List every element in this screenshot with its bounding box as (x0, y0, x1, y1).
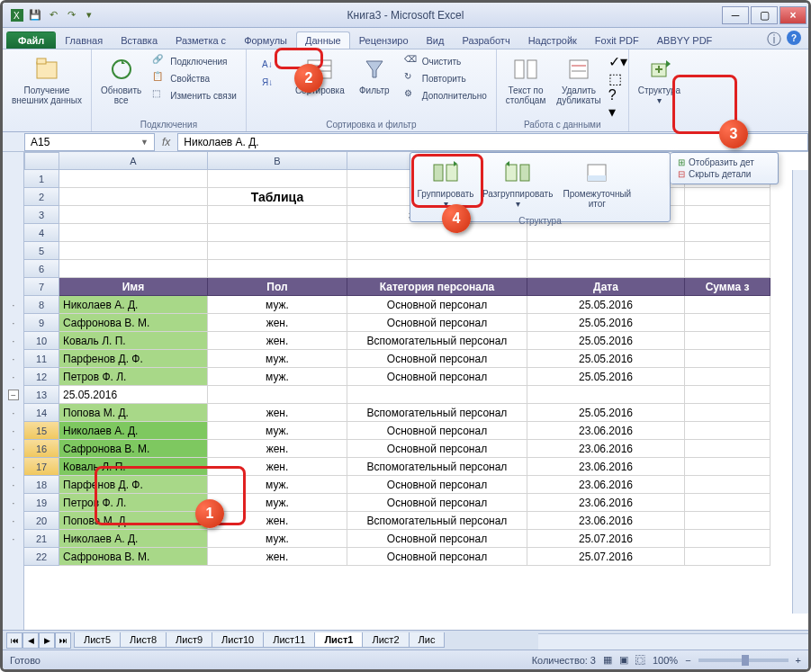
sheet-tab[interactable]: Лист8 (120, 632, 167, 648)
cell[interactable] (685, 350, 770, 368)
cell[interactable] (527, 242, 685, 260)
cell[interactable]: жен. (208, 332, 347, 350)
sheet-tab[interactable]: Лист11 (263, 632, 315, 648)
hide-detail-button[interactable]: ⊟Скрыть детали (674, 168, 774, 180)
tab-formulas[interactable]: Формулы (235, 31, 296, 49)
maximize-button[interactable]: ▢ (751, 6, 778, 24)
outline-indicator[interactable]: · (3, 476, 24, 494)
remove-duplicates-button[interactable]: Удалить дубликаты (553, 53, 604, 118)
cell[interactable] (208, 386, 347, 404)
cell[interactable]: Николаев А. Д. (59, 296, 208, 314)
properties-button[interactable]: 📋Свойства (149, 70, 240, 86)
cell[interactable]: Основной персонал (347, 314, 527, 332)
cell[interactable] (59, 242, 208, 260)
qat-item-icon[interactable]: ▾ (82, 8, 96, 22)
cell[interactable]: Основной персонал (347, 440, 527, 458)
tab-abbyy[interactable]: ABBYY PDF (648, 31, 722, 49)
view-normal-icon[interactable]: ▦ (603, 654, 612, 666)
cell[interactable]: муж. (208, 494, 347, 512)
cell[interactable]: жен. (208, 458, 347, 476)
cell[interactable]: жен. (208, 314, 347, 332)
ungroup-button[interactable]: Разгруппировать▾ (479, 157, 556, 211)
cell[interactable] (527, 260, 685, 278)
cell[interactable]: Коваль Л. П. (59, 332, 208, 350)
text-to-columns-button[interactable]: Текст по столбцам (502, 53, 550, 118)
get-external-data-button[interactable]: Получение внешних данных (8, 53, 86, 107)
cell[interactable]: Петров Ф. Л. (59, 368, 208, 386)
table-row[interactable]: 9Сафронова В. М.жен.Основной персонал25.… (24, 314, 770, 332)
cell[interactable]: Попова М. Д. (59, 512, 208, 530)
cell[interactable] (685, 242, 770, 260)
cell[interactable] (347, 386, 527, 404)
cell[interactable]: Парфенов Д. Ф. (59, 476, 208, 494)
cell[interactable]: Основной персонал (347, 296, 527, 314)
outline-indicator[interactable] (3, 224, 24, 242)
row-header[interactable]: 11 (24, 350, 59, 368)
cell[interactable] (59, 260, 208, 278)
cell[interactable]: Сафронова В. М. (59, 440, 208, 458)
cell[interactable]: Парфенов Д. Ф. (59, 350, 208, 368)
clear-filter-button[interactable]: ⌫Очистить (401, 53, 491, 69)
cell[interactable] (685, 188, 770, 206)
cell[interactable] (59, 170, 208, 188)
cell[interactable] (685, 224, 770, 242)
view-layout-icon[interactable]: ▣ (619, 654, 628, 666)
cell[interactable] (685, 404, 770, 422)
cell[interactable]: муж. (208, 296, 347, 314)
cell[interactable] (208, 206, 347, 224)
save-icon[interactable]: 💾 (28, 8, 42, 22)
outline-indicator[interactable] (3, 170, 24, 188)
cell[interactable] (685, 260, 770, 278)
cell[interactable]: Сафронова В. М. (59, 548, 208, 566)
cell[interactable] (347, 260, 527, 278)
cell[interactable]: 25.05.2016 (527, 332, 685, 350)
outline-indicator[interactable]: · (3, 314, 24, 332)
row-header[interactable]: 8 (24, 296, 59, 314)
row-header[interactable]: 14 (24, 404, 59, 422)
outline-indicator[interactable] (3, 278, 24, 296)
sort-az-button[interactable]: А↓Я↓ (252, 53, 288, 118)
cell[interactable] (208, 224, 347, 242)
outline-indicator[interactable]: · (3, 332, 24, 350)
cell[interactable]: жен. (208, 512, 347, 530)
cell[interactable] (685, 530, 770, 548)
cell[interactable]: Основной персонал (347, 476, 527, 494)
chevron-down-icon[interactable]: ▼ (140, 138, 149, 147)
reapply-button[interactable]: ↻Повторить (401, 70, 491, 86)
cell[interactable]: 25.05.2016 (527, 350, 685, 368)
cell[interactable] (685, 332, 770, 350)
table-row[interactable]: 11Парфенов Д. Ф.муж.Основной персонал25.… (24, 350, 770, 368)
cell[interactable]: Попова М. Д. (59, 404, 208, 422)
row-header[interactable]: 15 (24, 422, 59, 440)
data-validation-icon[interactable]: ✓▾ (608, 53, 623, 67)
cell[interactable]: 25.07.2016 (527, 548, 685, 566)
sheet-tab[interactable]: Лист10 (212, 632, 264, 648)
outline-indicator[interactable]: · (3, 530, 24, 548)
outline-indicator[interactable]: · (3, 404, 24, 422)
tab-layout[interactable]: Разметка с (167, 31, 235, 49)
cell[interactable]: Вспомогательный персонал (347, 512, 527, 530)
tab-addins[interactable]: Надстройк (519, 31, 586, 49)
cell[interactable] (527, 224, 685, 242)
outline-indicator[interactable]: · (3, 494, 24, 512)
outline-indicator[interactable] (3, 260, 24, 278)
cell[interactable]: 25.05.2016 (59, 386, 208, 404)
filter-button[interactable]: Фильтр (352, 53, 397, 118)
cell[interactable] (347, 224, 527, 242)
cell[interactable]: муж. (208, 530, 347, 548)
cell[interactable]: 23.06.2016 (527, 440, 685, 458)
sheet-tab[interactable]: Лист5 (74, 632, 121, 648)
cell[interactable]: муж. (208, 476, 347, 494)
outline-indicator[interactable] (3, 548, 24, 566)
cell[interactable]: муж. (208, 422, 347, 440)
row-header[interactable]: 19 (24, 494, 59, 512)
row-header[interactable]: 7 (24, 278, 59, 296)
cell[interactable]: Пол (208, 278, 347, 296)
table-row[interactable]: 7ИмяПолКатегория персоналаДатаСумма з (24, 278, 770, 296)
close-button[interactable]: × (779, 6, 806, 24)
minimize-button[interactable]: ─ (722, 6, 749, 24)
row-header[interactable]: 6 (24, 260, 59, 278)
outline-indicator[interactable]: · (3, 296, 24, 314)
cell[interactable] (685, 494, 770, 512)
row-header[interactable]: 9 (24, 314, 59, 332)
